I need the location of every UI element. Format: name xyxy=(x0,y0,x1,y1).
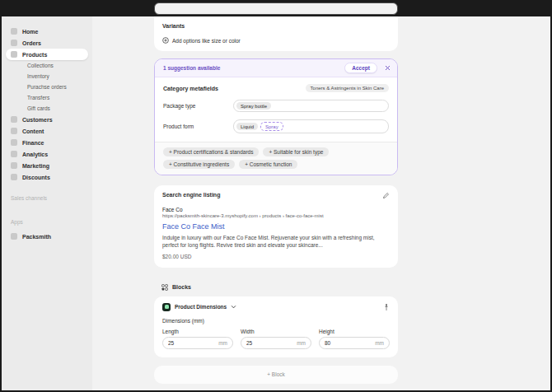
packsmith-app-icon xyxy=(11,233,17,240)
sidebar-item-products[interactable]: Products xyxy=(6,49,88,60)
sidebar-item-label: Packsmith xyxy=(22,234,51,240)
sidebar-item-label: Customers xyxy=(22,117,53,123)
sidebar-item-label: Orders xyxy=(22,40,41,46)
seo-description: Indulge in luxury with our Face Co Face … xyxy=(162,234,390,250)
app-window: Home Orders Products Collections Invento… xyxy=(0,0,552,392)
blocks-header-label: Blocks xyxy=(172,284,191,290)
finance-icon xyxy=(11,139,17,146)
sidebar-item-label: Finance xyxy=(22,140,44,146)
suggestion-card: 1 suggestion available Accept Category m… xyxy=(154,58,398,175)
height-label: Height xyxy=(319,329,390,334)
length-unit: mm xyxy=(218,340,227,346)
seo-site-name: Face Co xyxy=(162,207,390,212)
sidebar-item-discounts[interactable]: Discounts xyxy=(6,171,88,183)
sidebar-section-sales-channels: Sales channels xyxy=(6,194,88,202)
sidebar-item-label: Home xyxy=(22,29,38,35)
chip-suitable-for-skin-type[interactable]: + Suitable for skin type xyxy=(263,147,329,156)
content-icon xyxy=(11,128,17,134)
sidebar-item-home[interactable]: Home xyxy=(6,26,88,37)
product-form-tag[interactable]: Liquid xyxy=(236,123,258,130)
sidebar-item-content[interactable]: Content xyxy=(6,125,88,137)
blocks-header: Blocks xyxy=(154,284,398,291)
sidebar-item-collections[interactable]: Collections xyxy=(6,60,88,71)
sidebar-item-label: Content xyxy=(22,128,44,134)
sidebar-item-gift-cards[interactable]: Gift cards xyxy=(6,103,88,114)
height-unit: mm xyxy=(375,340,384,346)
sidebar-item-purchase-orders[interactable]: Purachse orders xyxy=(6,82,88,92)
metafield-suggestion-chips: + Product certifications & standards + S… xyxy=(155,142,397,175)
sidebar-item-label: Products xyxy=(22,52,47,58)
category-metafields-title: Category metafields xyxy=(163,86,218,91)
category-metafields-section: Category metafields Toners & Astringents… xyxy=(155,77,397,142)
chip-constitutive-ingredients[interactable]: + Constitutive ingredients xyxy=(163,160,235,169)
width-unit: mm xyxy=(297,340,306,346)
pin-icon xyxy=(383,303,390,311)
sidebar-item-orders[interactable]: Orders xyxy=(6,37,88,49)
edit-seo-button[interactable] xyxy=(382,192,390,199)
height-input-wrap[interactable]: mm xyxy=(319,337,390,349)
suggestion-banner: 1 suggestion available Accept xyxy=(155,59,397,77)
dimensions-subtitle: Dimensions (mm) xyxy=(162,318,390,324)
close-icon xyxy=(385,65,391,71)
sidebar: Home Orders Products Collections Invento… xyxy=(2,16,92,390)
package-type-label: Package type xyxy=(163,103,233,109)
sidebar-item-analytics[interactable]: Analytics xyxy=(6,148,88,160)
product-form-field-row: Product form Liquid Spray xyxy=(163,119,389,133)
chip-cosmetic-function[interactable]: + Cosmetic function xyxy=(239,160,297,169)
length-label: Length xyxy=(162,329,233,334)
seo-page-title-link[interactable]: Face Co Face Mist xyxy=(162,222,390,231)
sidebar-item-customers[interactable]: Customers xyxy=(6,114,88,125)
seo-card: Search engine listing Face Co https://pa… xyxy=(154,185,398,268)
analytics-icon xyxy=(11,151,17,157)
add-variant-option-label: Add options like size or color xyxy=(172,38,241,44)
category-badge[interactable]: Toners & Astringents in Skin Care xyxy=(306,84,389,92)
sidebar-section-apps: Apps xyxy=(6,217,88,226)
home-icon xyxy=(11,28,17,35)
pin-block-button[interactable] xyxy=(383,303,390,311)
pencil-icon xyxy=(382,192,390,199)
sidebar-item-label: Discounts xyxy=(22,175,50,180)
sidebar-item-marketing[interactable]: Marketing xyxy=(6,160,88,171)
discounts-icon xyxy=(11,174,17,180)
top-bar xyxy=(2,0,550,16)
length-input[interactable] xyxy=(168,340,218,346)
seo-title: Search engine listing xyxy=(162,192,220,198)
close-suggestion-button[interactable] xyxy=(385,65,391,71)
accept-button[interactable]: Accept xyxy=(344,63,377,73)
width-input[interactable] xyxy=(246,340,297,346)
chip-product-certifications[interactable]: + Product certifications & standards xyxy=(163,147,259,156)
variants-card: Variants Add options like size or color xyxy=(154,16,398,51)
sidebar-item-label: Marketing xyxy=(22,163,49,169)
add-variant-option-button[interactable]: Add options like size or color xyxy=(162,37,390,44)
product-dimensions-app-icon xyxy=(162,303,171,311)
marketing-icon xyxy=(11,162,17,169)
search-input[interactable] xyxy=(160,6,392,12)
orders-icon xyxy=(11,40,17,46)
length-input-wrap[interactable]: mm xyxy=(162,337,233,349)
seo-price: $20.00 USD xyxy=(162,254,390,259)
circle-plus-icon xyxy=(162,37,169,44)
package-type-field-row: Package type Spray bottle xyxy=(163,100,389,112)
height-input[interactable] xyxy=(325,340,375,346)
sidebar-item-finance[interactable]: Finance xyxy=(6,137,88,148)
product-form-input[interactable]: Liquid Spray xyxy=(233,119,389,133)
sidebar-item-inventory[interactable]: Inventory xyxy=(6,71,88,82)
package-type-input[interactable]: Spray bottle xyxy=(233,100,389,112)
width-input-wrap[interactable]: mm xyxy=(241,337,311,349)
sidebar-item-packsmith[interactable]: Packsmith xyxy=(6,231,88,242)
product-form-suggested-tag[interactable]: Spray xyxy=(260,122,283,131)
customers-icon xyxy=(11,116,17,123)
sidebar-item-label: Analytics xyxy=(22,152,48,157)
products-icon xyxy=(11,51,17,58)
product-dimensions-block: Product Dimensions Dimensions (mm) Lengt… xyxy=(154,296,398,357)
blocks-grid-icon xyxy=(161,284,168,291)
variants-title: Variants xyxy=(162,23,390,29)
package-type-tag[interactable]: Spray bottle xyxy=(236,102,271,110)
global-search[interactable] xyxy=(154,2,398,15)
seo-url: https://packsmith-skincare-3.myshopify.c… xyxy=(162,213,390,218)
add-block-button[interactable]: + Block xyxy=(154,366,398,384)
sidebar-item-transfers[interactable]: Transfers xyxy=(6,92,88,103)
product-dimensions-title: Product Dimensions xyxy=(175,304,227,310)
main-area: Variants Add options like size or color … xyxy=(92,16,550,390)
chevron-down-icon[interactable] xyxy=(231,304,236,310)
